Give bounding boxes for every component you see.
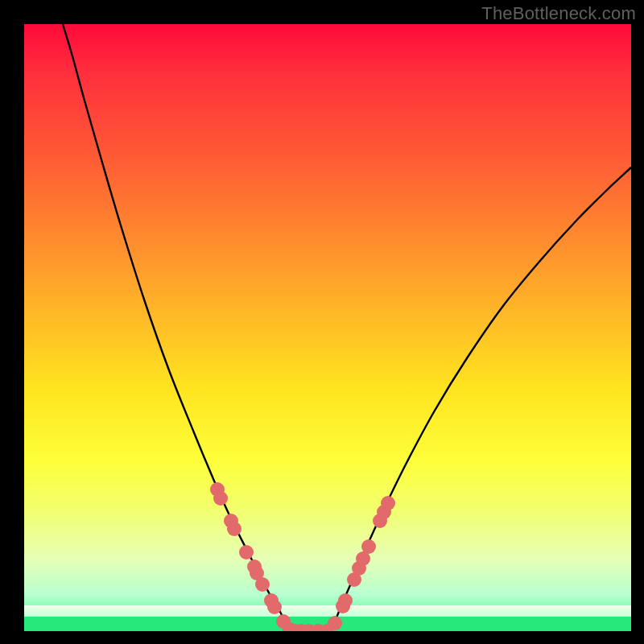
curve-layer	[24, 24, 631, 631]
data-dot	[239, 545, 254, 559]
data-dot	[227, 522, 242, 536]
data-dot	[338, 593, 353, 608]
watermark-text: TheBottleneck.com	[481, 3, 636, 24]
data-dots	[210, 482, 395, 631]
data-dot	[328, 616, 342, 630]
data-dot	[381, 496, 395, 510]
right-curve	[330, 167, 631, 631]
left-curve	[63, 24, 290, 631]
data-dot	[267, 600, 282, 614]
data-dot	[255, 577, 270, 592]
data-dot	[213, 491, 228, 506]
data-dot	[361, 539, 376, 554]
chart-frame: TheBottleneck.com	[0, 0, 644, 644]
plot-area	[24, 24, 631, 631]
